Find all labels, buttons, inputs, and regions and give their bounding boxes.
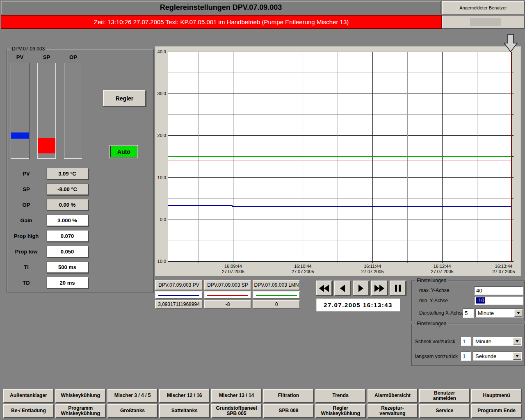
fast-rewind-button[interactable] <box>316 281 332 296</box>
legend-line-sample <box>204 291 251 299</box>
nav-service[interactable]: Service <box>419 404 470 418</box>
gauge-label: OP <box>64 54 82 60</box>
nav-satteltanks[interactable]: Satteltanks <box>159 404 210 418</box>
y-axis-label: 10.0 <box>155 175 166 180</box>
dropdown-button[interactable] <box>514 309 523 317</box>
pause-button[interactable] <box>390 281 406 296</box>
nav-mischer-12-16[interactable]: Mischer 12 / 16 <box>159 389 210 403</box>
nav-programm-whiskeykuehlung[interactable]: Programm Whiskeykühlung <box>55 404 106 418</box>
param-value-prop-high[interactable]: 0.070 <box>46 230 88 242</box>
y-axis-label: 20.0 <box>155 133 166 138</box>
param-label: Gain <box>10 217 42 224</box>
gauge-sp: SP <box>37 54 56 159</box>
nav-spb-008[interactable]: SPB 008 <box>263 404 314 418</box>
dropdown-button[interactable] <box>513 352 521 360</box>
min-y-input[interactable]: -10 <box>474 296 523 304</box>
legend-line-color <box>256 295 297 296</box>
param-value-gain[interactable]: 3.000 % <box>46 215 88 226</box>
axis-settings-group: Einstellungen max. Y-Achse 40 min. Y-Ach… <box>411 281 525 321</box>
axis-settings-title: Einstellungen <box>415 278 448 283</box>
param-row-op: OP0.00 % <box>10 199 88 210</box>
param-row-pv: PV3.09 °C <box>10 168 88 179</box>
chevron-down-icon <box>516 355 519 357</box>
step-back-button[interactable] <box>334 281 351 296</box>
trend-plot[interactable] <box>168 52 512 261</box>
legend-trend-name: DPV.07.09.003 PV <box>155 280 203 290</box>
fast-step-value: 1 <box>463 338 466 345</box>
x-axis-date: 27.07.2005 <box>216 269 250 274</box>
fast-step-value-input[interactable]: 1 <box>461 337 471 346</box>
nav-mischer-13-14[interactable]: Mischer 13 / 14 <box>211 389 262 403</box>
x-axis-label: 16:09:4427.07.2005 <box>216 264 250 274</box>
param-value-td[interactable]: 20 ms <box>46 277 88 288</box>
gauge-pv: PV <box>11 54 29 159</box>
y-axis-label: 40.0 <box>155 49 166 54</box>
x-axis-time: 16:12:44 <box>425 264 459 269</box>
x-axis-range-value-input[interactable]: 5 <box>463 308 473 317</box>
logged-in-user-button[interactable]: Angemeldeter Benutzer <box>442 1 525 14</box>
fast-forward-button[interactable] <box>371 281 388 296</box>
time-cursor-arrow-icon[interactable] <box>503 34 518 52</box>
nav-grosstanks[interactable]: Großtanks <box>107 404 158 418</box>
min-y-label: min. Y-Achse <box>419 298 448 304</box>
nav-mischer-3-4-5[interactable]: Mischer 3 / 4 / 5 <box>107 389 158 403</box>
y-axis-label: 30.0 <box>155 91 166 96</box>
param-value-prop-low[interactable]: 0.050 <box>46 246 88 257</box>
x-axis-label: 16:10:4427.07.2005 <box>286 264 320 274</box>
chevron-down-icon <box>517 312 520 314</box>
max-y-input[interactable]: 40 <box>474 286 523 294</box>
chevron-down-icon <box>516 340 519 342</box>
nav-grundstoffpaneel-spb-005[interactable]: Grundstoffpaneel SPB 005 <box>211 404 262 418</box>
slow-step-value-input[interactable]: 1 <box>461 352 471 361</box>
param-value-ti[interactable]: 500 ms <box>46 261 88 273</box>
param-row-prop-high: Prop high0.070 <box>10 230 88 242</box>
speed-settings-title: Einstellungen <box>415 321 448 326</box>
bottom-navigation: AußentanklagerWhiskeykühlungMischer 3 / … <box>3 389 522 418</box>
nav-filtration[interactable]: Filtration <box>263 389 314 403</box>
legend-line-color <box>158 295 199 296</box>
param-label: SP <box>10 186 42 192</box>
legend-line-sample <box>253 291 300 299</box>
nav-regler-whiskeykuehlung[interactable]: Regler Whiskeykühlung <box>315 404 366 418</box>
slow-step-value: 1 <box>463 353 466 359</box>
gauge-bar[interactable] <box>11 63 29 159</box>
y-axis-label: -10.0 <box>155 259 166 264</box>
param-row-td: TD20 ms <box>10 277 88 288</box>
nav-programm-ende[interactable]: Programm Ende <box>471 404 522 418</box>
fast-step-unit-value: Minute <box>475 338 491 345</box>
nav-alarmuebersicht[interactable]: Alarmübersicht <box>368 389 418 403</box>
step-forward-button[interactable] <box>353 281 369 296</box>
nav-whiskeykuehlung[interactable]: Whiskeykühlung <box>55 389 106 403</box>
slow-step-unit-select[interactable]: Sekunde <box>473 352 522 361</box>
gauge-bar[interactable] <box>64 63 82 159</box>
nav-benutzer-anmelden[interactable]: Benutzer anmelden <box>419 389 470 403</box>
param-row-prop-low: Prop low0.050 <box>10 246 88 257</box>
x-axis-time: 16:10:44 <box>286 264 320 269</box>
param-label: OP <box>10 202 42 208</box>
nav-be-entladung[interactable]: Be-/ Entladung <box>3 404 54 418</box>
x-axis-date: 27.07.2005 <box>356 269 389 274</box>
param-label: PV <box>10 171 42 177</box>
x-axis-unit-select[interactable]: Minute <box>475 308 523 317</box>
gauge-bar[interactable] <box>37 63 56 159</box>
auto-mode-button[interactable]: Auto <box>110 146 137 158</box>
nav-aussentanklager[interactable]: Außentanklager <box>3 389 54 403</box>
x-axis-time: 16:11:44 <box>356 264 389 269</box>
trend-legend: DPV.07.09.003 PV3,09317111968994DPV.07.0… <box>155 280 300 309</box>
cursor-datetime-display: 27.07.2005 16:13:43 <box>316 298 400 312</box>
param-row-gain: Gain3.000 % <box>10 215 88 226</box>
legend-column: DPV.07.09.003 LMN0 <box>253 280 300 309</box>
gauge-label: SP <box>37 54 56 60</box>
user-name-panel <box>442 15 525 29</box>
dropdown-button[interactable] <box>513 338 521 345</box>
fast-step-unit-select[interactable]: Minute <box>473 337 522 346</box>
nav-trends[interactable]: Trends <box>315 389 366 403</box>
page-title: Reglereinstellungen DPV.07.09.003 <box>1 1 441 14</box>
regler-button[interactable]: Regler <box>103 90 146 107</box>
slow-step-label: langsam vor/zurück <box>415 354 458 359</box>
param-row-ti: TI500 ms <box>10 261 88 273</box>
nav-hauptmenu[interactable]: Hauptmenü <box>471 389 522 403</box>
legend-trend-name: DPV.07.09.003 SP <box>204 280 251 290</box>
alarm-message-bar[interactable]: Zeit: 13:10:26 27.07.2005 Text: KP.07.05… <box>1 15 442 29</box>
nav-rezepturverwaltung[interactable]: Rezeptur- verwaltung <box>368 404 418 418</box>
